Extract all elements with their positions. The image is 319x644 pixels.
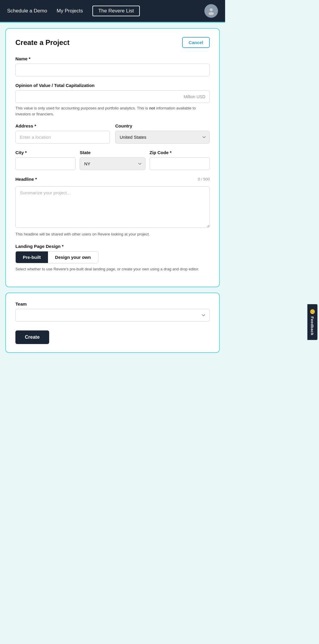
value-input[interactable]: 1 bbox=[16, 91, 179, 103]
value-hint: This value is only used for accounting p… bbox=[15, 105, 210, 117]
team-select[interactable] bbox=[15, 309, 210, 322]
svg-point-0 bbox=[210, 8, 213, 11]
state-select[interactable]: NY CA TX FL IL PA OH GA NC MI bbox=[80, 157, 145, 170]
country-group: Country United States Canada United King… bbox=[115, 123, 210, 143]
prebuilt-toggle[interactable]: Pre-built bbox=[16, 251, 48, 263]
create-button[interactable]: Create bbox=[15, 330, 49, 344]
team-group: Team bbox=[15, 301, 210, 322]
user-avatar[interactable] bbox=[204, 4, 218, 18]
landing-design-group: Landing Page Design * Pre-built Design y… bbox=[15, 244, 210, 272]
value-label: Opinion of Value / Total Capitalization bbox=[15, 83, 210, 88]
team-select-wrapper bbox=[15, 309, 210, 322]
cancel-button[interactable]: Cancel bbox=[182, 37, 210, 48]
headline-textarea[interactable] bbox=[15, 186, 210, 228]
create-project-card: Create a Project Cancel Name * Opinion o… bbox=[5, 28, 220, 287]
state-group: State NY CA TX FL IL PA OH GA NC MI bbox=[80, 150, 145, 170]
landing-toggle-group: Pre-built Design your own bbox=[15, 251, 98, 263]
state-label: State bbox=[80, 150, 145, 155]
headline-count: 0 / 500 bbox=[198, 177, 210, 181]
address-input[interactable] bbox=[15, 131, 110, 143]
design-your-own-toggle[interactable]: Design your own bbox=[48, 251, 98, 263]
headline-hint: This headline will be shared with other … bbox=[15, 231, 210, 237]
country-label: Country bbox=[115, 123, 210, 128]
landing-label: Landing Page Design * bbox=[15, 244, 210, 249]
headline-group: Headline * 0 / 500 This headline will be… bbox=[15, 177, 210, 237]
page-content: Create a Project Cancel Name * Opinion o… bbox=[0, 23, 225, 364]
city-label: City * bbox=[15, 150, 76, 155]
country-select[interactable]: United States Canada United Kingdom Aust… bbox=[115, 131, 210, 143]
page-title: Create a Project bbox=[15, 38, 70, 47]
zip-group: Zip Code * bbox=[150, 150, 210, 170]
name-group: Name * bbox=[15, 56, 210, 76]
name-label: Name * bbox=[15, 56, 210, 61]
team-label: Team bbox=[15, 301, 210, 306]
team-card: Team Create bbox=[5, 293, 220, 353]
schedule-demo-link[interactable]: Schedule a Demo bbox=[7, 8, 47, 14]
my-projects-link[interactable]: My Projects bbox=[57, 8, 83, 14]
zip-label: Zip Code * bbox=[150, 150, 210, 155]
headline-label: Headline * bbox=[15, 177, 37, 182]
address-country-row: Address * Country United States Canada U… bbox=[15, 123, 210, 143]
name-input[interactable] bbox=[15, 64, 210, 76]
landing-hint: Select whether to use Revere's pre-built… bbox=[15, 266, 210, 272]
address-group: Address * bbox=[15, 123, 110, 143]
city-state-zip-row: City * State NY CA TX FL IL PA OH GA NC … bbox=[15, 150, 210, 170]
navbar: Schedule a Demo My Projects The Revere L… bbox=[0, 0, 225, 23]
value-suffix: Million USD bbox=[179, 91, 209, 103]
city-input[interactable] bbox=[15, 157, 76, 170]
zip-input[interactable] bbox=[150, 157, 210, 170]
value-input-wrapper: 1 Million USD bbox=[15, 90, 210, 103]
card-header: Create a Project Cancel bbox=[15, 37, 210, 48]
revere-list-link[interactable]: The Revere List bbox=[92, 6, 140, 16]
address-label: Address * bbox=[15, 123, 110, 128]
city-group: City * bbox=[15, 150, 76, 170]
headline-header: Headline * 0 / 500 bbox=[15, 177, 210, 182]
value-group: Opinion of Value / Total Capitalization … bbox=[15, 83, 210, 117]
svg-point-1 bbox=[209, 12, 214, 15]
